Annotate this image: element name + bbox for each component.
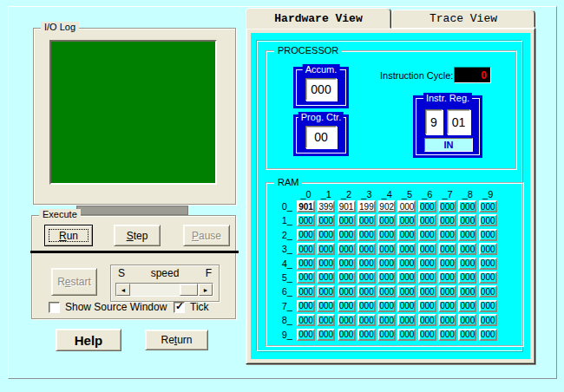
- tick-label: Tick: [190, 301, 209, 313]
- ram-cell: 000: [418, 329, 436, 341]
- ram-row-header: 0_: [274, 201, 297, 212]
- ram-cell: 000: [479, 214, 497, 226]
- checkbox-box[interactable]: ✓: [174, 302, 185, 313]
- ram-cell: 000: [397, 329, 416, 341]
- execute-groupbox: Execute Run Step Pause Restart S speed F…: [31, 215, 236, 319]
- ram-cell: 000: [317, 258, 335, 270]
- scrollbar-right-arrow-icon[interactable]: ►: [199, 284, 213, 296]
- speed-fast-label: F: [206, 267, 212, 279]
- checkbox-box[interactable]: [49, 302, 60, 313]
- ram-row: 3_000000000000000000000000000000: [274, 243, 497, 255]
- ram-row: 9_000000000000000000000000000000: [274, 329, 497, 341]
- accumulator-label: Accum.: [303, 64, 340, 75]
- ram-row: 1_000000000000000000000000000000: [274, 214, 497, 226]
- ram-cell: 000: [458, 243, 476, 255]
- help-button[interactable]: Help: [56, 329, 121, 351]
- ram-cell: 000: [357, 329, 376, 341]
- ram-cell: 000: [479, 285, 497, 297]
- ram-row-header: 4_: [274, 258, 297, 269]
- ram-cell: 000: [297, 258, 315, 270]
- ram-row: 5_000000000000000000000000000000: [274, 271, 497, 284]
- ram-cell: 000: [338, 314, 356, 326]
- ram-cell: 000: [338, 271, 356, 284]
- ram-column-header: _8: [458, 189, 476, 199]
- ram-row-header: 9_: [274, 330, 297, 340]
- restart-button[interactable]: Restart: [51, 268, 97, 296]
- ram-cell: 000: [438, 300, 456, 312]
- execute-label: Execute: [39, 209, 81, 219]
- ram-cell: 000: [357, 229, 376, 241]
- ram-cell: 000: [458, 200, 476, 212]
- ram-groupbox: RAM _0_1_2_3_4_5_6_7_8_90_90139990119990…: [266, 182, 524, 347]
- ram-cell: 000: [357, 300, 376, 312]
- ram-cell: 000: [397, 258, 416, 270]
- ram-cell: 000: [317, 214, 335, 226]
- accumulator-panel: Accum. 000: [293, 67, 349, 108]
- ram-cell: 000: [479, 243, 497, 255]
- ram-cell: 000: [397, 229, 416, 241]
- pause-button[interactable]: Pause: [183, 225, 230, 246]
- ram-cell: 000: [458, 285, 476, 297]
- instruction-register-panel: Instr. Reg. 9 01 IN: [413, 95, 482, 158]
- ram-cell: 901: [297, 200, 315, 212]
- tab-trace-view[interactable]: Trace View: [391, 10, 535, 28]
- hardware-view-tab-page: PROCESSOR Accum. 000 Prog. Ctr. 00 Instr…: [246, 28, 535, 364]
- speed-scrollbar[interactable]: ◄ ►: [115, 283, 213, 297]
- ram-row: 7_000000000000000000000000000000: [274, 300, 497, 312]
- instruction-register-opcode: 9: [425, 109, 443, 134]
- ram-cell: 000: [438, 285, 456, 297]
- ram-cell: 000: [438, 229, 456, 241]
- scrollbar-left-arrow-icon[interactable]: ◄: [116, 284, 130, 296]
- ram-cell: 000: [297, 243, 315, 255]
- ram-cell: 000: [357, 285, 376, 297]
- execute-divider: [30, 251, 239, 253]
- ram-cell: 000: [418, 258, 436, 270]
- speed-frame: S speed F ◄ ►: [110, 265, 220, 302]
- io-log-label: I/O Log: [41, 22, 79, 32]
- ram-cell: 000: [418, 229, 436, 241]
- hardware-panel-outer: PROCESSOR Accum. 000 Prog. Ctr. 00 Instr…: [251, 33, 530, 359]
- ram-cell: 000: [418, 314, 436, 326]
- checkmark-icon: ✓: [175, 301, 184, 312]
- ram-cell: 000: [438, 200, 456, 212]
- ram-cell: 000: [397, 214, 416, 226]
- speed-slow-label: S: [118, 267, 125, 279]
- ram-cell: 000: [458, 271, 476, 284]
- show-source-window-checkbox[interactable]: Show Source Window: [49, 301, 167, 313]
- return-button[interactable]: Return: [145, 330, 208, 350]
- speed-scrollbar-thumb[interactable]: [180, 284, 198, 296]
- ram-cell: 000: [297, 314, 315, 326]
- ram-cell: 000: [317, 314, 335, 326]
- ram-cell: 000: [297, 271, 315, 284]
- ram-row-header: 5_: [274, 272, 297, 283]
- ram-cell: 000: [458, 329, 476, 341]
- ram-cell: 000: [397, 200, 416, 212]
- ram-cell: 000: [357, 258, 376, 270]
- ram-cell: 399: [317, 200, 335, 212]
- ram-cell: 000: [418, 243, 436, 255]
- tab-hardware-view[interactable]: Hardware View: [246, 8, 391, 29]
- ram-row-header: 7_: [274, 301, 297, 311]
- ram-row-header: 1_: [274, 215, 297, 225]
- ram-cell: 000: [317, 300, 335, 312]
- ram-cell: 000: [458, 300, 476, 312]
- program-counter-value: 00: [305, 126, 337, 148]
- tick-checkbox[interactable]: ✓ Tick: [174, 301, 209, 313]
- ram-cell: 000: [438, 258, 456, 270]
- ram-cell: 000: [338, 329, 356, 341]
- ram-cell: 000: [397, 314, 416, 326]
- step-button[interactable]: Step: [114, 225, 161, 246]
- ram-cell: 000: [357, 271, 376, 284]
- ram-row-header: 8_: [274, 315, 297, 325]
- ram-cell: 000: [317, 271, 335, 284]
- ram-cell: 000: [418, 300, 436, 312]
- ram-cell: 000: [297, 329, 315, 341]
- ram-cell: 000: [418, 200, 436, 212]
- run-button[interactable]: Run: [44, 225, 93, 246]
- ram-cell: 199: [357, 200, 376, 212]
- ram-cell: 000: [458, 258, 476, 270]
- ram-cell: 000: [479, 258, 497, 270]
- instruction-mnemonic-display: IN: [424, 138, 473, 152]
- ram-column-header: _6: [418, 189, 436, 199]
- instruction-register-label: Instr. Reg.: [423, 93, 472, 103]
